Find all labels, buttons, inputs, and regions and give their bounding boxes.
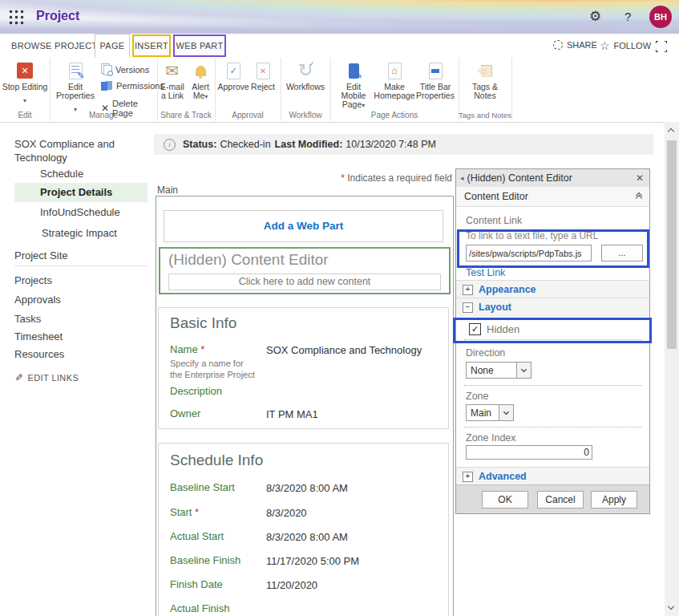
status-bar: i Status: Checked-in Last Modified: 10/1… — [154, 134, 653, 155]
ribbon-group-manage: ✎ Edit Properties Versions Permissions ✕ — [50, 58, 158, 121]
collapse-icon[interactable] — [637, 193, 641, 201]
baseline-finish-value: 11/17/2020 5:00 PM — [266, 555, 359, 567]
ribbon-group-share-track: ✉ E-mail a Link Alert Me Share & Track — [157, 58, 216, 121]
back-arrow-icon[interactable]: ◂ — [460, 174, 464, 182]
stop-editing-button[interactable]: ✕ Stop Editing — [1, 60, 49, 106]
sidebar-item-infoundschedule[interactable]: InfoUndSchedule — [40, 206, 120, 218]
email-icon: ✉ — [166, 60, 180, 81]
finish-date-value: 11/20/2020 — [266, 579, 317, 591]
finish-date-label: Finish Date — [170, 578, 223, 590]
sidebar-item-timesheet[interactable]: Timesheet — [14, 330, 63, 342]
direction-select[interactable]: None — [466, 362, 531, 379]
start-label: Start * — [170, 506, 199, 518]
sidebar-item-resources[interactable]: Resources — [14, 348, 64, 360]
browse-button[interactable]: ... — [601, 245, 643, 261]
page-root: Project ⚙ ? BH BROWSE PROJECT PAGE INSER… — [0, 0, 679, 616]
edit-properties-button[interactable]: ✎ Edit Properties — [54, 60, 97, 115]
sidebar-item-projects[interactable]: Projects — [14, 274, 52, 286]
follow-button[interactable]: ☆ FOLLOW — [600, 39, 651, 52]
edit-links-button[interactable]: EDIT LINKS — [14, 372, 79, 383]
advanced-section-toggle[interactable]: + Advanced — [456, 467, 649, 485]
stop-editing-icon: ✕ — [17, 63, 33, 79]
scroll-up-icon[interactable] — [668, 128, 674, 135]
content-editor-section-header[interactable]: Content Editor — [456, 187, 649, 207]
close-icon[interactable]: ✕ — [636, 172, 644, 184]
zone-select[interactable]: Main — [466, 404, 514, 421]
permissions-button[interactable]: Permissions — [101, 81, 164, 91]
content-link-hint: To link to a text file, type a URL — [466, 230, 598, 241]
cancel-button[interactable]: Cancel — [537, 491, 584, 509]
tab-page[interactable]: PAGE — [95, 34, 130, 59]
edit-mobile-page-button[interactable]: Edit Mobile Page — [333, 60, 374, 110]
status-value: Checked-in — [220, 139, 270, 150]
edit-properties-icon: ✎ — [69, 63, 83, 79]
apply-button[interactable]: Apply — [591, 491, 637, 509]
sidebar-item-strategic-impact[interactable]: Strategic Impact — [42, 227, 117, 239]
dropdown-caret-icon — [362, 99, 365, 109]
name-label: Name * — [170, 343, 204, 355]
hidden-checkbox[interactable]: ✓ — [469, 323, 481, 335]
test-link[interactable]: Test Link — [466, 267, 505, 278]
section-title: Schedule Info — [170, 452, 263, 469]
email-a-link-button[interactable]: ✉ E-mail a Link — [158, 60, 187, 100]
alert-me-button[interactable]: Alert Me — [188, 60, 213, 101]
help-icon[interactable]: ? — [624, 10, 631, 23]
avatar[interactable]: BH — [649, 6, 672, 28]
zone-label: Zone — [466, 391, 489, 402]
sidebar-item-project-name[interactable]: SOX Compliance and Technology — [14, 137, 135, 164]
workflows-button[interactable]: ↻✓ Workflows — [283, 60, 328, 91]
basic-info-section: Basic Info Name * SOX Compliance and Tec… — [158, 307, 449, 429]
add-web-part-button[interactable]: Add a Web Part — [164, 210, 443, 242]
sidebar-item-approvals[interactable]: Approvals — [14, 294, 61, 306]
ribbon-group-approval: ✓ Approve ✕ Reject Approval — [215, 58, 281, 121]
permissions-icon — [101, 81, 113, 91]
title-bar-properties-button[interactable]: Title Bar Properties — [415, 60, 455, 100]
content-editor-web-part: (Hidden) Content Editor Click here to ad… — [159, 247, 451, 294]
ribbon-group-label: Approval — [215, 111, 281, 120]
tab-project[interactable]: PROJECT — [55, 34, 97, 58]
scrollbar-thumb[interactable] — [667, 140, 677, 349]
approve-button[interactable]: ✓ Approve — [219, 60, 248, 91]
name-value: SOX Compliance and Technology — [266, 344, 422, 356]
hidden-checkbox-label: Hidden — [487, 323, 519, 335]
suite-bar: Project ⚙ ? BH — [0, 0, 679, 34]
follow-star-icon: ☆ — [600, 39, 610, 52]
web-part-add-content-button[interactable]: Click here to add new content — [168, 274, 441, 290]
scroll-down-icon[interactable] — [668, 603, 674, 610]
chevron-down-icon — [499, 405, 513, 420]
appearance-section-toggle[interactable]: + Appearance — [456, 280, 649, 298]
versions-button[interactable]: Versions — [101, 63, 149, 75]
sidebar-item-project-site[interactable]: Project Site — [14, 249, 67, 261]
dropdown-caret-icon — [23, 91, 26, 106]
direction-label: Direction — [466, 347, 505, 359]
ribbon-group-label: Workflow — [281, 111, 330, 120]
start-value: 8/3/2020 — [266, 507, 307, 519]
focus-on-content-icon[interactable] — [656, 41, 667, 52]
layout-section-toggle[interactable]: − Layout — [456, 298, 649, 316]
app-launcher-icon[interactable] — [9, 10, 24, 25]
sidebar-item-project-details[interactable]: Project Details — [14, 183, 148, 202]
gear-icon[interactable]: ⚙ — [589, 8, 601, 25]
tab-insert[interactable]: INSERT — [132, 34, 171, 57]
ok-button[interactable]: OK — [482, 491, 528, 509]
share-button[interactable]: SHARE — [553, 40, 597, 50]
tab-browse[interactable]: BROWSE — [11, 34, 52, 58]
ribbon-group-label: Tags and Notes — [459, 111, 511, 120]
zone-index-input[interactable] — [466, 445, 592, 460]
ribbon-group-label: Edit — [0, 111, 50, 120]
approve-icon: ✓ — [227, 63, 240, 79]
actual-start-label: Actual Start — [170, 530, 224, 542]
sidebar-item-schedule[interactable]: Schedule — [40, 168, 83, 180]
tags-notes-button[interactable]: Tags & Notes — [463, 60, 507, 100]
page-scrollbar[interactable] — [665, 122, 679, 616]
ribbon-group-label: Manage — [50, 111, 157, 120]
share-icon — [553, 40, 563, 50]
make-homepage-button[interactable]: ⌂ Make Homepage — [375, 60, 414, 100]
reject-button[interactable]: ✕ Reject — [250, 60, 276, 91]
ribbon: ✕ Stop Editing Edit ✎ Edit Properties Ve… — [0, 58, 679, 123]
tab-web-part[interactable]: WEB PART — [173, 34, 226, 57]
separator — [464, 426, 642, 428]
content-link-input[interactable] — [466, 245, 592, 261]
sidebar-item-tasks[interactable]: Tasks — [14, 313, 41, 325]
ribbon-group-edit: ✕ Stop Editing Edit — [0, 58, 51, 121]
